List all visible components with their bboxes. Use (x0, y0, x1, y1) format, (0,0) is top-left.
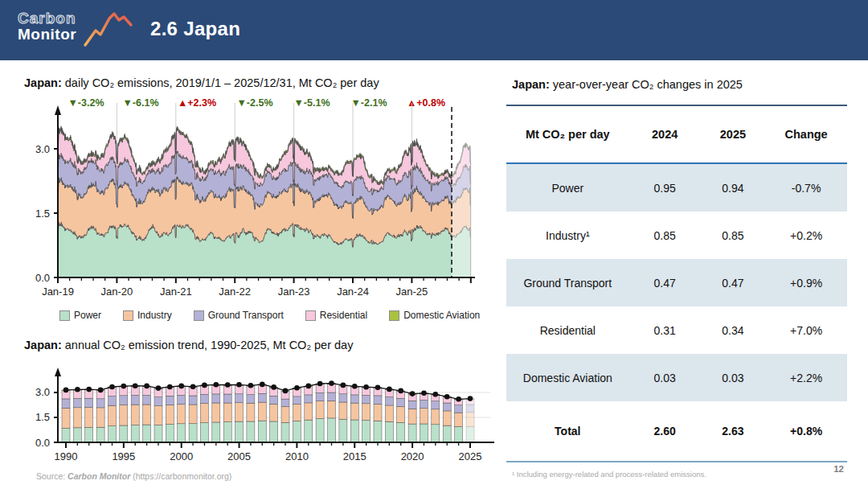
svg-text:Jan-20: Jan-20 (101, 286, 133, 298)
svg-text:Jan-25: Jan-25 (396, 286, 428, 298)
legend-swatch (389, 310, 399, 321)
row-label: Ground Transport (506, 277, 629, 290)
value-change: +0.8% (765, 425, 847, 438)
carbon-monitor-logo: Carbon Monitor (18, 10, 76, 43)
source-name: Carbon Monitor (68, 471, 130, 481)
daily-chart-title: Japan: daily CO₂ emissions, 2019/1/1 – 2… (24, 76, 379, 89)
svg-text:3.0: 3.0 (35, 143, 50, 155)
value-change: +2.2% (765, 372, 847, 384)
table-title-bold: Japan: (512, 78, 550, 91)
annual-chart-title-rest: annual CO₂ emission trend, 1990-2025, Mt… (62, 339, 354, 351)
svg-text:Jan-23: Jan-23 (278, 286, 310, 298)
svg-text:Jan-19: Jan-19 (42, 286, 74, 298)
table-row-total: Total 2.60 2.63 +0.8% (506, 401, 847, 461)
legend-label: Residential (320, 310, 367, 321)
source-note: Source: Carbon Monitor (https://carbonmo… (36, 471, 231, 481)
value-change: +0.9% (765, 277, 847, 290)
logo-zigzag-line-icon (83, 10, 134, 48)
row-label: Total (506, 425, 629, 438)
slide-japan-emissions: Carbon Monitor 2.6 Japan Japan: daily CO… (0, 0, 868, 489)
value-2024: 0.47 (629, 277, 701, 290)
table-row-residential: Residential 0.31 0.34 +7.0% (506, 306, 847, 354)
header-bar: Carbon Monitor 2.6 Japan (0, 0, 868, 60)
table-row-ground-transport: Ground Transport 0.47 0.47 +0.9% (506, 259, 847, 306)
svg-text:Jan-24: Jan-24 (337, 286, 369, 298)
value-2025: 0.47 (701, 277, 766, 290)
page-number: 12 (796, 464, 844, 474)
svg-text:0.0: 0.0 (35, 272, 50, 284)
value-change: -0.7% (765, 182, 847, 195)
legend-item-industry: Industry (123, 310, 172, 321)
legend-item-ground-transport: Ground Transport (194, 310, 284, 321)
value-2025: 0.85 (701, 229, 766, 242)
annual-emissions-stacked-bar-chart: 199019952000200520102015202020250.01.53.… (20, 360, 502, 465)
legend-label: Domestic Aviation (403, 310, 480, 321)
svg-text:2015: 2015 (343, 450, 366, 462)
annual-chart-title: Japan: annual CO₂ emission trend, 1990-2… (24, 339, 353, 351)
col-header-2024: 2024 (629, 128, 701, 141)
value-2025: 0.03 (701, 372, 766, 384)
value-2024: 0.95 (629, 182, 701, 195)
col-header-2025: 2025 (701, 128, 766, 141)
daily-emissions-stacked-area-chart: Jan-19Jan-20Jan-21Jan-22Jan-23Jan-24Jan-… (20, 91, 490, 306)
table-footnote: ¹ Including energy-related and process-r… (512, 470, 706, 479)
legend-label: Industry (137, 310, 172, 321)
svg-text:2020: 2020 (401, 450, 424, 462)
legend-label: Ground Transport (208, 310, 284, 321)
row-label: Residential (506, 324, 629, 337)
value-change: +0.2% (765, 229, 847, 242)
value-change: +7.0% (765, 324, 847, 337)
source-url: (https://carbonmonitor.org) (130, 471, 231, 481)
table-row-industry: Industry¹ 0.85 0.85 +0.2% (506, 212, 847, 259)
row-label: Power (506, 182, 629, 195)
table-title: Japan: year-over-year CO₂ changes in 202… (512, 78, 743, 91)
table-rule-bottom (506, 461, 847, 462)
value-2025: 0.94 (701, 182, 766, 195)
row-label: Domestic Aviation (506, 372, 629, 384)
legend-item-power: Power (59, 310, 101, 321)
value-2024: 0.85 (629, 229, 701, 242)
chart-legend: Power Industry Ground Transport Resident… (59, 310, 480, 321)
svg-text:1.5: 1.5 (35, 208, 50, 220)
legend-item-residential: Residential (305, 310, 367, 321)
legend-swatch (194, 310, 204, 321)
legend-swatch (59, 310, 70, 321)
legend-swatch (123, 310, 133, 321)
svg-text:3.0: 3.0 (35, 386, 50, 398)
value-2024: 0.31 (629, 324, 701, 337)
row-label: Industry¹ (506, 229, 629, 242)
value-2024: 0.03 (629, 372, 701, 384)
annual-chart-title-bold: Japan: (24, 339, 62, 351)
svg-text:Jan-21: Jan-21 (160, 286, 192, 298)
svg-text:1.5: 1.5 (35, 411, 50, 423)
table-header-row: Mt CO₂ per day 2024 2025 Change (506, 106, 847, 162)
svg-text:0.0: 0.0 (35, 437, 50, 449)
svg-text:2000: 2000 (170, 450, 193, 462)
col-header-metric: Mt CO₂ per day (506, 128, 629, 141)
legend-label: Power (74, 310, 101, 321)
source-prefix: Source: (36, 471, 68, 481)
svg-text:2005: 2005 (227, 450, 251, 462)
svg-text:1990: 1990 (55, 450, 78, 462)
svg-text:1995: 1995 (112, 450, 135, 462)
value-2025: 2.63 (701, 425, 766, 438)
page-title: 2.6 Japan (150, 18, 240, 40)
svg-text:Jan-22: Jan-22 (219, 286, 251, 298)
svg-text:2010: 2010 (285, 450, 309, 462)
daily-chart-title-rest: daily CO₂ emissions, 2019/1/1 – 2025/12/… (62, 76, 379, 89)
table-title-rest: year-over-year CO₂ changes in 2025 (550, 78, 743, 91)
logo-text-carbon: Carbon (18, 10, 76, 27)
legend-item-domestic-aviation: Domestic Aviation (389, 310, 480, 321)
table-row-domestic-aviation: Domestic Aviation 0.03 0.03 +2.2% (506, 354, 847, 401)
table-row-power: Power 0.95 0.94 -0.7% (506, 164, 847, 212)
daily-chart-title-bold: Japan: (24, 76, 62, 89)
value-2025: 0.34 (701, 324, 766, 337)
yoy-changes-table: Mt CO₂ per day 2024 2025 Change Power 0.… (506, 105, 847, 462)
legend-swatch (305, 310, 316, 321)
col-header-change: Change (765, 128, 847, 141)
svg-text:2025: 2025 (458, 450, 481, 462)
value-2024: 2.60 (629, 425, 701, 438)
logo-text-monitor: Monitor (18, 27, 76, 43)
